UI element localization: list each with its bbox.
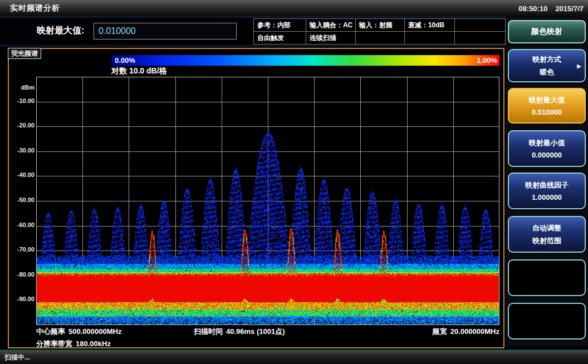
status-attenuation: 衰减：10dB — [404, 19, 454, 32]
softkey-value: 0.010000 — [532, 108, 562, 116]
status-cell-empty — [455, 19, 506, 32]
rbw-readout: 分辨率带宽180.00kHz — [36, 339, 111, 349]
tab-persistence-spectrum[interactable]: 荧光频谱 — [8, 48, 41, 59]
spectrum-plot — [36, 77, 499, 325]
status-sweep-mode: 连续扫描 — [306, 32, 355, 45]
span-readout: 频宽20.000000MHz — [433, 327, 499, 337]
status-input-coupling: 输入耦合：AC — [306, 19, 355, 32]
chart-region: 荧光频谱 0.00% 1.00% 对数 10.0 dB/格 dBm -10.00… — [8, 48, 504, 348]
submenu-arrow-icon: ▶ — [577, 63, 581, 69]
softkey-value: 0.000000 — [532, 151, 562, 159]
softkey-auto-adjust-range[interactable]: 自动调整 映射范围 — [508, 216, 586, 253]
softkey-empty[interactable] — [508, 303, 586, 340]
status-cell-empty — [404, 32, 454, 45]
softkey-value: 映射范围 — [532, 236, 561, 246]
y-axis-tick: -10.00 — [9, 97, 36, 104]
statusbar: 扫描中... — [0, 350, 588, 364]
scale-label: 对数 10.0 dB/格 — [111, 66, 167, 76]
softkey-empty[interactable] — [508, 259, 586, 296]
menu-title-color-mapping[interactable]: 颜色映射 — [508, 20, 586, 43]
softkey-label: 映射最大值 — [529, 95, 565, 105]
softkey-map-min[interactable]: 映射最小值 0.000000 — [508, 130, 586, 167]
sweep-time-readout: 扫描时间40.96ms (1001点) — [194, 327, 285, 337]
status-input: 输入：射频 — [355, 19, 404, 32]
softkey-label: 映射最小值 — [529, 138, 565, 148]
center-frequency-readout: 中心频率500.000000MHz — [36, 327, 121, 337]
status-reference: 参考：内部 — [254, 19, 306, 32]
status-text: 扫描中... — [4, 353, 30, 362]
y-axis-tick: -40.00 — [9, 171, 36, 178]
softkey-map-curve-factor[interactable]: 映射曲线因子 1.000000 — [508, 173, 586, 209]
colorbar-max-label: 1.00% — [477, 55, 497, 66]
softkey-label: 映射方式 — [532, 55, 561, 65]
y-axis-tick: -60.00 — [9, 222, 36, 228]
status-table: 参考：内部 输入耦合：AC 输入：射频 衰减：10dB 自由触发 连续扫描 — [253, 18, 506, 45]
app-title: 实时频谱分析 — [10, 3, 60, 13]
status-trigger: 自由触发 — [254, 32, 306, 45]
parameter-bar: 映射最大值: 0.010000 参考：内部 输入耦合：AC 输入：射频 衰减：1… — [0, 17, 506, 46]
map-max-input[interactable]: 0.010000 — [94, 23, 237, 40]
status-row: 自由触发 连续扫描 — [254, 32, 506, 45]
clock-time: 08:50:10 — [518, 4, 547, 13]
map-max-field-label: 映射最大值: — [37, 25, 84, 37]
y-axis-tick: -90.00 — [9, 296, 36, 302]
y-axis-unit: dBm — [9, 84, 36, 91]
softkey-panel: 颜色映射 映射方式 暖色 ▶ 映射最大值 0.010000 映射最小值 0.00… — [506, 17, 588, 346]
y-axis-tick: -80.00 — [9, 271, 36, 278]
clock-date: 2015/7/7 — [555, 4, 584, 13]
softkey-map-max[interactable]: 映射最大值 0.010000 — [508, 88, 586, 124]
colorbar-min-label: 0.00% — [115, 55, 135, 66]
y-axis-tick: -20.00 — [9, 122, 36, 129]
softkey-label: 自动调整 — [532, 223, 561, 233]
y-axis-tick: -50.00 — [9, 196, 36, 203]
softkey-map-mode[interactable]: 映射方式 暖色 ▶ — [508, 49, 586, 82]
status-cell-empty — [355, 32, 404, 45]
status-row: 参考：内部 输入耦合：AC 输入：射频 衰减：10dB — [254, 19, 506, 32]
titlebar: 实时频谱分析 08:50:10 2015/7/7 — [0, 0, 588, 17]
spectrum-analyzer-screen: 实时频谱分析 08:50:10 2015/7/7 映射最大值: 0.010000… — [0, 0, 588, 364]
softkey-value: 1.000000 — [532, 193, 562, 201]
softkey-label: 映射曲线因子 — [525, 180, 569, 190]
colorbar-gradient: 0.00% 1.00% — [111, 55, 499, 66]
y-axis-tick: -70.00 — [9, 246, 36, 253]
status-cell-empty — [455, 32, 506, 45]
y-axis-tick: -30.00 — [9, 147, 36, 154]
softkey-value: 暖色 — [540, 67, 554, 77]
clock: 08:50:10 2015/7/7 — [518, 4, 584, 13]
